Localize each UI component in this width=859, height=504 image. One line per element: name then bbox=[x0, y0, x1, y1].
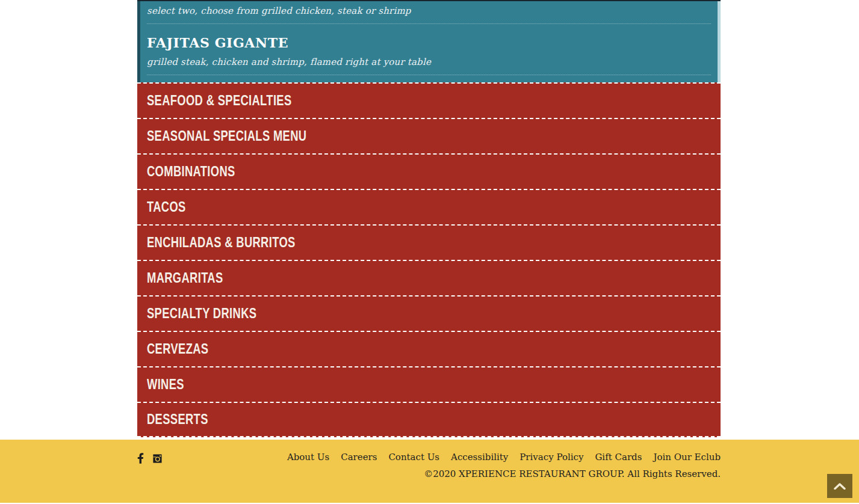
instagram-link[interactable] bbox=[152, 453, 163, 464]
facebook-link[interactable] bbox=[137, 452, 144, 464]
social-links bbox=[137, 452, 163, 465]
menu-item-description: grilled steak, chicken and shrimp, flame… bbox=[147, 55, 711, 69]
menu-category-row[interactable]: DESSERTS bbox=[137, 402, 721, 437]
panel-left-accent bbox=[137, 1, 140, 82]
copyright-text: ©2020 XPERIENCE RESTAURANT GROUP. All Ri… bbox=[287, 469, 721, 479]
footer-link[interactable]: Gift Cards bbox=[595, 452, 642, 463]
menu-category-row[interactable]: SEASONAL SPECIALS MENU bbox=[137, 118, 721, 153]
menu-item-description: select two, choose from grilled chicken,… bbox=[147, 4, 711, 17]
menu-category-row[interactable]: MARGARITAS bbox=[137, 260, 721, 295]
menu-category-label: TACOS bbox=[147, 199, 186, 215]
footer-link[interactable]: Accessibility bbox=[451, 452, 508, 463]
footer-link[interactable]: Join Our Eclub bbox=[653, 452, 721, 463]
menu-category-label: SEASONAL SPECIALS MENU bbox=[147, 128, 306, 144]
menu-category-row[interactable]: WINES bbox=[137, 366, 721, 402]
footer-link[interactable]: Contact Us bbox=[388, 452, 439, 463]
open-menu-panel: select two, choose from grilled chicken,… bbox=[137, 0, 721, 82]
instagram-icon bbox=[152, 453, 163, 464]
menu-category-label: DESSERTS bbox=[147, 411, 208, 428]
menu-category-accordion: SEAFOOD & SPECIALTIESSEASONAL SPECIALS M… bbox=[137, 82, 721, 437]
menu-category-row[interactable]: ENCHILADAS & BURRITOS bbox=[137, 224, 721, 260]
menu-category-row[interactable]: TACOS bbox=[137, 189, 721, 224]
facebook-icon bbox=[137, 452, 144, 464]
menu-category-label: COMBINATIONS bbox=[147, 164, 235, 180]
menu-category-label: WINES bbox=[147, 376, 184, 393]
menu-category-label: SPECIALTY DRINKS bbox=[147, 306, 256, 322]
footer-link-list: About UsCareersContact UsAccessibilityPr… bbox=[287, 452, 721, 463]
footer-link[interactable]: About Us bbox=[287, 452, 329, 463]
footer-link[interactable]: Careers bbox=[341, 452, 377, 463]
menu-category-label: MARGARITAS bbox=[147, 270, 223, 286]
menu-category-row[interactable]: SPECIALTY DRINKS bbox=[137, 295, 721, 331]
menu-item-divider bbox=[147, 23, 711, 24]
menu-item-divider bbox=[147, 75, 711, 75]
footer: About UsCareersContact UsAccessibilityPr… bbox=[0, 440, 859, 503]
scroll-to-top-button[interactable] bbox=[827, 474, 852, 498]
menu-category-label: CERVEZAS bbox=[147, 341, 208, 357]
menu-category-label: SEAFOOD & SPECIALTIES bbox=[147, 93, 292, 109]
chevron-up-icon bbox=[834, 483, 846, 490]
menu-category-row[interactable]: COMBINATIONS bbox=[137, 153, 721, 189]
menu-category-row[interactable]: SEAFOOD & SPECIALTIES bbox=[137, 82, 721, 118]
menu-category-label: ENCHILADAS & BURRITOS bbox=[147, 235, 296, 251]
panel-scrollbar-track[interactable] bbox=[718, 1, 721, 82]
menu-item-title: FAJITAS GIGANTE bbox=[147, 35, 711, 51]
menu-content-column: select two, choose from grilled chicken,… bbox=[137, 0, 721, 437]
footer-link[interactable]: Privacy Policy bbox=[519, 452, 583, 463]
menu-category-row[interactable]: CERVEZAS bbox=[137, 331, 721, 366]
